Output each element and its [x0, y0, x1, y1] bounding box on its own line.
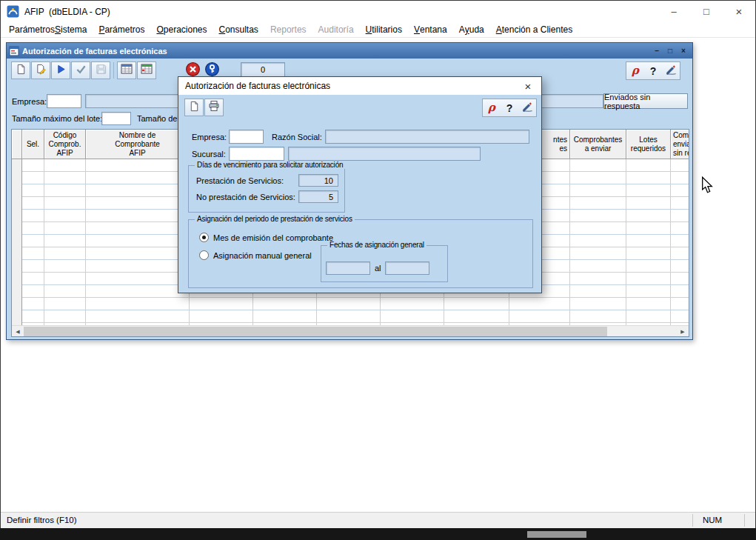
scroll-right-arrow[interactable]: ▶: [677, 326, 689, 337]
vencimiento-group: Días de vencimiento para solicitar autor…: [188, 165, 345, 213]
menu-text: uda: [469, 24, 484, 35]
child-close-button[interactable]: ×: [677, 45, 690, 56]
edit-properties-button[interactable]: [31, 61, 50, 79]
mouse-cursor: [700, 176, 714, 197]
pending-counter-field: 0: [241, 62, 285, 77]
check-icon: [76, 64, 87, 78]
empresa-label: Empresa:: [12, 97, 47, 106]
scroll-left-arrow[interactable]: ◀: [12, 326, 24, 337]
grid-column-line: [85, 159, 86, 325]
detail-grid-button[interactable]: [117, 61, 136, 79]
table-grid-icon: [121, 63, 133, 78]
minimize-button[interactable]: –: [658, 1, 690, 22]
fechas-group: Fechas de asignación general al: [321, 245, 448, 282]
radio-mes-emision-label: Mes de emisión del comprobante: [213, 233, 333, 242]
status-bar: Definir filtros (F10) NUM: [1, 512, 755, 528]
child-titlebar[interactable]: Autorización de facturas electrónicas – …: [7, 43, 692, 59]
dialog-right-group: ρ ?: [482, 99, 537, 117]
no-prestacion-value-field[interactable]: 5: [298, 190, 338, 203]
menu-accesskey: P: [98, 24, 104, 35]
confirm-button[interactable]: [71, 61, 90, 79]
fechas-group-title: Fechas de asignación general: [327, 241, 426, 249]
dialog-titlebar[interactable]: Autorización de facturas electrónicas ×: [178, 77, 541, 95]
radio-asignacion-manual[interactable]: [199, 250, 209, 260]
menu-item-atencion-a-clientes[interactable]: Atención a Clientes: [490, 22, 578, 38]
menu-accesskey: V: [414, 24, 420, 35]
grid-horizontal-scrollbar[interactable]: ◀ ▶: [12, 325, 689, 336]
menu-item-auditoria: Auditoría: [312, 22, 360, 38]
menu-accesskey: U: [366, 24, 372, 35]
menu-item-parametros[interactable]: Parámetros: [93, 22, 150, 38]
grid-header-cell: [12, 130, 22, 159]
fecha-hasta-input[interactable]: [385, 261, 429, 275]
window-bottom-edge: [0, 528, 756, 540]
menu-text: Parámetros: [9, 24, 55, 35]
signature-pen-icon: [666, 64, 677, 78]
lot-grid-button[interactable]: [137, 61, 156, 79]
table-grid-colored-icon: [141, 63, 153, 78]
menu-text: Auditoría: [318, 24, 354, 35]
grid-header-cell: Sel.: [22, 130, 44, 159]
autorizacion-dialog: Autorización de facturas electrónicas × …: [178, 76, 542, 293]
dialog-close-button[interactable]: ×: [515, 77, 541, 95]
save-button: [91, 61, 110, 79]
prestacion-value-field[interactable]: 10: [298, 174, 338, 187]
grid-header-cell: Comprobantesa enviar: [570, 130, 626, 159]
child-maximize-button[interactable]: □: [663, 45, 677, 56]
menu-accesskey: A: [496, 24, 502, 35]
toolbar-separator: [113, 62, 114, 79]
dialog-signature-button[interactable]: [518, 99, 536, 116]
dialog-exit-button[interactable]: ρ: [483, 99, 501, 116]
execute-button[interactable]: [51, 61, 70, 79]
menu-item-operaciones[interactable]: Operaciones: [150, 22, 213, 38]
application-window: AFIP (dbELDIA - CP) – □ × Parámetros Sis…: [0, 0, 756, 540]
dialog-print-button[interactable]: [204, 99, 224, 116]
help-button[interactable]: ?: [644, 62, 662, 79]
dialog-help-button[interactable]: ?: [501, 99, 518, 116]
grid-column-line: [670, 159, 671, 325]
tamano-lote-label: Tamaño máximo del lote:: [12, 114, 102, 123]
child-window-icon: [9, 46, 19, 56]
fecha-desde-input[interactable]: [326, 261, 370, 275]
signature-pen-icon: [522, 101, 533, 115]
status-separator: [744, 514, 745, 527]
menu-text: arámetros: [104, 24, 144, 35]
dialog-new-button[interactable]: [184, 99, 204, 116]
dialog-sucursal-input[interactable]: [229, 147, 284, 161]
menu-item-parametros-sistema[interactable]: Parámetros Sistema: [3, 22, 93, 38]
maximize-button[interactable]: □: [690, 1, 723, 22]
enviados-sin-respuesta-button[interactable]: Enviados sin respuesta: [603, 93, 688, 109]
menu-text: tilitarios: [372, 24, 402, 35]
printer-icon: [208, 100, 220, 115]
dialog-empresa-label: Empresa:: [192, 133, 227, 141]
menu-text: entana: [420, 24, 447, 35]
taskbar-fragment: [527, 531, 586, 538]
save-floppy-icon: [96, 64, 107, 78]
tamano-lote-input[interactable]: [101, 112, 131, 125]
close-button[interactable]: ×: [723, 1, 755, 22]
periodo-group: Asignación del periodo de prestación de …: [188, 219, 533, 288]
dialog-empresa-input[interactable]: [229, 130, 264, 144]
status-separator: [692, 514, 693, 527]
menu-text: tención a Clientes: [502, 24, 572, 35]
new-document-button[interactable]: [11, 61, 30, 79]
exit-icon: ρ: [488, 102, 495, 113]
scroll-thumb[interactable]: [24, 327, 607, 336]
menu-item-ventana[interactable]: Ventana: [408, 22, 453, 38]
signature-button[interactable]: [662, 62, 680, 79]
menu-item-ayuda[interactable]: Ayuda: [453, 22, 490, 38]
menu-text: peraciones: [164, 24, 207, 35]
menu-text: istema: [61, 24, 87, 35]
empresa-code-input[interactable]: [47, 94, 81, 108]
vencimiento-group-title: Días de vencimiento para solicitar autor…: [195, 161, 345, 169]
grid-indicator-column: [12, 159, 22, 325]
menu-item-consultas[interactable]: Consultas: [213, 22, 264, 38]
dialog-razon-social-field: [325, 130, 529, 144]
menu-accesskey: O: [156, 24, 163, 35]
exit-button[interactable]: ρ: [626, 62, 644, 79]
radio-mes-emision[interactable]: [199, 233, 209, 242]
menu-item-utilitarios[interactable]: Utilitarios: [360, 22, 408, 38]
grid-column-line: [626, 159, 626, 325]
help-icon: ?: [650, 66, 657, 76]
child-minimize-button[interactable]: –: [650, 45, 663, 56]
